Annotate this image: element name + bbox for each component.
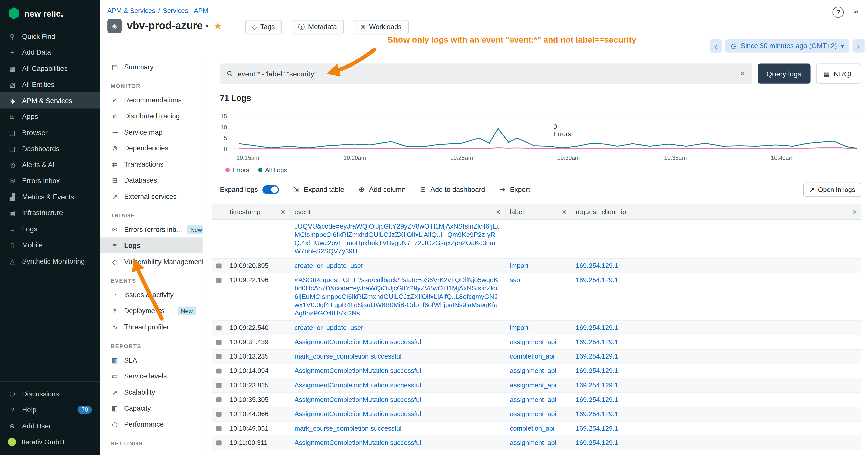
add-to-dashboard-button[interactable]: ⊞ Add to dashboard xyxy=(420,186,485,194)
log-row-sso[interactable]: 10:09:22.196 <ASGIRequest: GET '/sso/cal… xyxy=(212,273,861,321)
expand-logs-toggle[interactable] xyxy=(262,185,279,194)
label-link[interactable]: assignment_api xyxy=(510,338,557,346)
label-link[interactable]: assignment_api xyxy=(510,381,557,389)
event-link[interactable]: <ASGIRequest: GET '/sso/callback/?state=… xyxy=(294,276,499,317)
request-client-ip-link[interactable]: 169.254.129.1 xyxy=(576,367,618,375)
event-link[interactable]: JUQVU&code=eyJraWQiOiJjcGltY29yZV8wOTl1M… xyxy=(294,223,501,255)
log-row-import[interactable]: 10:09:20.895 create_or_update_user impor… xyxy=(212,259,861,273)
entity-sidebar-row-performance[interactable]: ◷ Performance xyxy=(99,416,203,432)
entity-sidebar-row-transactions[interactable]: ⇄ Transactions xyxy=(99,156,203,172)
label-link[interactable]: assignment_api xyxy=(510,367,557,375)
log-row-assignment-api[interactable]: 10:10:14.094 AssignmentCompletionMutatio… xyxy=(212,364,861,379)
event-link[interactable]: AssignmentCompletionMutation successful xyxy=(294,439,422,447)
remove-column-icon[interactable]: × xyxy=(558,207,566,216)
entity-sidebar-row-service-map[interactable]: ⊶ Service map xyxy=(99,124,203,140)
breadcrumb-services-apm[interactable]: Services - APM xyxy=(163,6,208,14)
left-nav-item-logs[interactable]: ≡ Logs xyxy=(0,221,99,237)
column-header-label[interactable]: label × xyxy=(505,204,571,219)
entity-sidebar-row-sla[interactable]: ▥ SLA xyxy=(99,352,203,368)
time-range-picker[interactable]: ◷ Since 30 minutes ago (GMT+2) ▾ xyxy=(725,39,849,53)
entity-sidebar-row-issues-activity[interactable]: ◔ Issues & activity xyxy=(99,287,203,303)
remove-column-icon[interactable]: × xyxy=(493,207,500,216)
left-nav-item-infrastructure[interactable]: ▣ Infrastructure xyxy=(0,205,99,221)
label-link[interactable]: assignment_api xyxy=(510,395,557,403)
label-link[interactable]: import xyxy=(510,262,528,269)
entity-sidebar-row-external-services[interactable]: ↗ External services xyxy=(99,188,203,204)
remove-column-icon[interactable]: × xyxy=(849,207,857,216)
request-client-ip-link[interactable]: 169.254.129.1 xyxy=(576,395,618,403)
log-query-input[interactable]: ⚲ event:* -"label":"security" × xyxy=(220,64,752,84)
entity-sidebar-row-recommendations[interactable]: ✓ Recommendations xyxy=(99,92,203,108)
left-nav-item-errors-inbox[interactable]: ✉ Errors Inbox xyxy=(0,172,99,189)
entity-sidebar-row-capacity[interactable]: ◧ Capacity xyxy=(99,400,203,416)
breadcrumb-apm-services[interactable]: APM & Services xyxy=(107,6,155,14)
copy-link-icon[interactable]: ⚭ xyxy=(852,7,859,18)
log-row-assignment-api[interactable]: 10:11:00.311 AssignmentCompletionMutatio… xyxy=(212,436,861,451)
left-nav-item-apps[interactable]: ⊞ Apps xyxy=(0,108,99,125)
event-link[interactable]: create_or_update_user xyxy=(294,262,364,269)
time-back-button[interactable]: ‹ xyxy=(710,39,722,53)
request-client-ip-link[interactable]: 169.254.129.1 xyxy=(576,324,618,331)
entity-chip-workloads[interactable]: ⊚ Workloads xyxy=(353,20,408,34)
entity-sidebar-row-service-levels[interactable]: ▭ Service levels xyxy=(99,368,203,384)
label-link[interactable]: sso xyxy=(510,276,520,284)
open-in-logs-button[interactable]: ↗ Open in logs xyxy=(803,183,862,196)
event-link[interactable]: AssignmentCompletionMutation successful xyxy=(294,367,422,375)
left-nav-item-all-capabilities[interactable]: ▦ All Capabilities xyxy=(0,60,99,76)
label-link[interactable]: import xyxy=(510,324,528,331)
column-header-request-client-ip[interactable]: request_client_ip × xyxy=(571,204,862,219)
time-forward-button[interactable]: › xyxy=(852,39,865,53)
entity-sidebar-row-thread-profiler[interactable]: ∿ Thread profiler xyxy=(99,319,203,335)
label-link[interactable]: assignment_api xyxy=(510,439,557,447)
left-nav-item-browser[interactable]: ▢ Browser xyxy=(0,125,99,140)
entity-sidebar-row-distributed-tracing[interactable]: ⋔ Distributed tracing xyxy=(99,108,203,124)
column-header-timestamp[interactable]: timestamp × xyxy=(225,204,290,219)
favorite-star-icon[interactable]: ★ xyxy=(214,20,222,32)
entity-chip-tags[interactable]: ◇ Tags xyxy=(245,20,281,34)
label-link[interactable]: assignment_api xyxy=(510,410,557,418)
entity-chip-metadata[interactable]: ⓘ Metadata xyxy=(291,20,344,34)
remove-column-icon[interactable]: × xyxy=(277,207,285,216)
log-row-completion-api[interactable]: 10:10:13.235 mark_course_completion succ… xyxy=(212,350,861,364)
logs-options-icon[interactable]: … xyxy=(853,94,862,102)
event-link[interactable]: AssignmentCompletionMutation successful xyxy=(294,338,422,346)
request-client-ip-link[interactable]: 169.254.129.1 xyxy=(576,381,618,389)
log-row-completion-api[interactable]: 10:10:49.051 mark_course_completion succ… xyxy=(212,422,861,436)
entity-sidebar-row-scalability[interactable]: ⇗ Scalability xyxy=(99,384,203,400)
log-row[interactable]: JUQVU&code=eyJraWQiOiJjcGltY29yZV8wOTl1M… xyxy=(212,220,861,259)
column-header-event[interactable]: event × xyxy=(290,204,505,219)
left-nav-item-apm-services[interactable]: ◈ APM & Services xyxy=(0,93,99,108)
left-nav-item-synthetic-monitoring[interactable]: △ Synthetic Monitoring xyxy=(0,253,99,269)
left-nav-bottom-item-add-user[interactable]: ⊕ Add User xyxy=(0,418,99,434)
entity-sidebar-row-deployments[interactable]: ↟ Deployments New xyxy=(99,302,203,319)
left-nav-item-metrics-events[interactable]: ▟ Metrics & Events xyxy=(0,189,99,205)
entity-switcher-chevron-down-icon[interactable]: ▾ xyxy=(206,23,209,30)
help-icon[interactable]: ? xyxy=(833,6,844,18)
left-nav-item-mobile[interactable]: ▯ Mobile xyxy=(0,237,99,253)
entity-sidebar-row-vulnerability-management[interactable]: ◇ Vulnerability Management xyxy=(99,254,203,269)
request-client-ip-link[interactable]: 169.254.129.1 xyxy=(576,439,618,447)
event-link[interactable]: create_or_update_user xyxy=(294,324,364,331)
left-nav-item-item[interactable]: … … xyxy=(0,269,99,285)
entity-sidebar-row-errors-errors-inb[interactable]: ✉ Errors (errors inb... New xyxy=(99,222,203,237)
nrql-button[interactable]: ▤ NRQL xyxy=(816,64,862,84)
entity-sidebar-row-dependencies[interactable]: ⊚ Dependencies xyxy=(99,140,203,156)
export-button[interactable]: ⇥ Export xyxy=(499,186,530,194)
left-nav-item-all-entities[interactable]: ▧ All Entities xyxy=(0,76,99,93)
query-logs-button[interactable]: Query logs xyxy=(757,64,810,84)
expand-table-button[interactable]: ⇲ Expand table xyxy=(293,186,344,194)
entity-sidebar-row-databases[interactable]: ⊟ Databases xyxy=(99,172,203,188)
query-text[interactable]: event:* -"label":"security" xyxy=(238,69,735,78)
log-row-import[interactable]: 10:09:22.540 create_or_update_user impor… xyxy=(212,321,861,335)
event-link[interactable]: mark_course_completion successful xyxy=(294,353,402,360)
left-nav-bottom-item-iterativ-gmbh[interactable]: ● Iterativ GmbH xyxy=(0,434,99,450)
entity-sidebar-row-summary[interactable]: ▤ Summary xyxy=(99,59,203,75)
left-nav-bottom-item-help[interactable]: ? Help 70 xyxy=(0,402,99,418)
entity-sidebar-row-logs[interactable]: ≡ Logs xyxy=(99,237,203,254)
event-link[interactable]: AssignmentCompletionMutation successful xyxy=(294,395,422,403)
new-relic-logo[interactable]: new relic. xyxy=(0,0,99,28)
label-link[interactable]: completion_api xyxy=(510,424,555,432)
left-nav-item-alerts-ai[interactable]: ◎ Alerts & AI xyxy=(0,157,99,173)
log-row-assignment-api[interactable]: 10:10:35.305 AssignmentCompletionMutatio… xyxy=(212,393,861,407)
request-client-ip-link[interactable]: 169.254.129.1 xyxy=(576,424,618,432)
